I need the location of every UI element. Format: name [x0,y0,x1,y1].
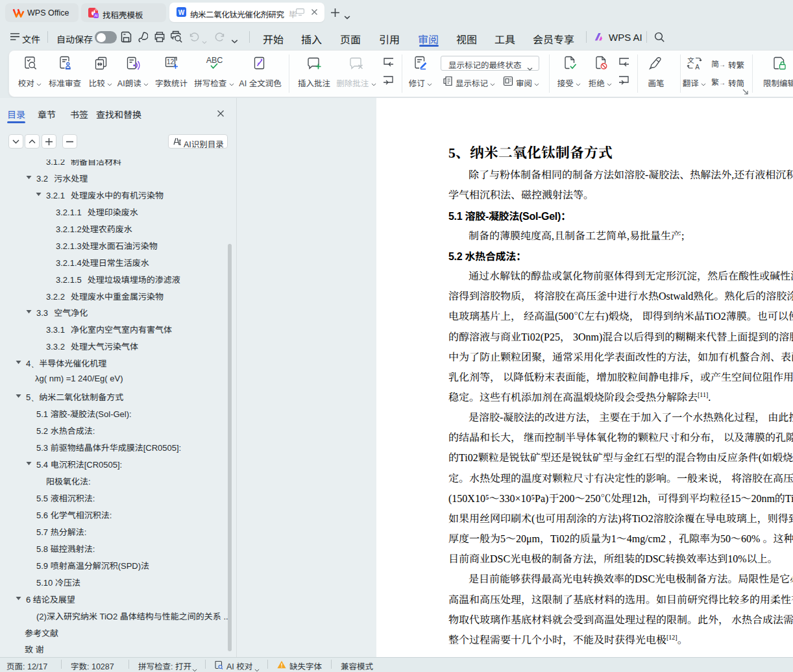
svg-text:A: A [695,64,700,71]
svg-text:AI: AI [94,14,98,18]
svg-text:ABC: ABC [206,56,223,65]
svg-text:12: 12 [167,58,175,66]
svg-text:文: 文 [687,56,694,65]
svg-text:W: W [178,9,185,16]
